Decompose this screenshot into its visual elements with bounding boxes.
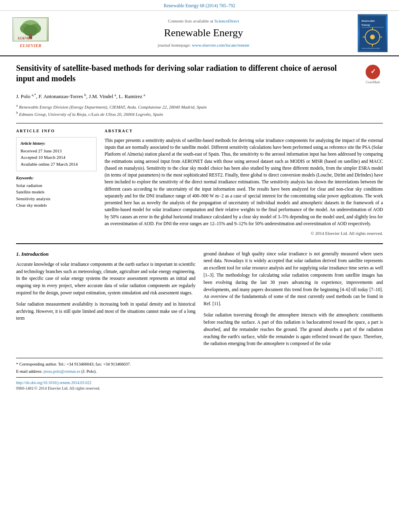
email-link[interactable]: jesus.polo@ciemat.es: [43, 369, 80, 374]
elsevier-logo: ELSEVIER ELSEVIER: [6, 17, 55, 49]
homepage-link[interactable]: www.elsevier.com/locate/renene: [192, 43, 249, 47]
info-abstract-columns: ARTICLE INFO Article history: Received 2…: [16, 123, 383, 237]
history-heading: Article history:: [21, 141, 92, 146]
authors-line: J. Polo a,*, F. Antonanzas-Torres b, J.M…: [16, 92, 383, 101]
footer-divider: [16, 377, 383, 378]
footer-doi: http://dx.doi.org/10.1016/j.renene.2014.…: [16, 380, 383, 386]
received-date: Received 27 June 2013: [21, 148, 92, 154]
article-content: Sensitivity of satellite-based methods f…: [0, 56, 399, 397]
journal-cover-section: Renewable Energy www.elsevier.com/: [352, 14, 393, 52]
doi-link[interactable]: http://dx.doi.org/10.1016/j.renene.2014.…: [16, 380, 91, 385]
affiliation-a: a Renewable Energy Division (Energy Depa…: [16, 103, 383, 110]
journal-title-section: Contents lists available at ScienceDirec…: [55, 18, 352, 48]
right-paragraph-1: ground database of high quality since so…: [204, 251, 383, 308]
crossmark-icon: ✓: [366, 65, 380, 79]
email-note: E-mail address: jesus.polo@ciemat.es (J.…: [16, 369, 383, 375]
accepted-date: Accepted 10 March 2014: [21, 154, 92, 160]
intro-paragraph-2: Solar radiation measurement availability…: [16, 301, 195, 322]
keyword-solar-radiation: Solar radiation: [16, 183, 97, 189]
elsevier-logo-image: ELSEVIER: [12, 17, 49, 41]
crossmark-label: CrossMark: [366, 80, 380, 84]
svg-text:Renewable: Renewable: [362, 19, 375, 23]
keyword-clear-sky-models: Clear sky models: [16, 202, 97, 208]
svg-text:Energy: Energy: [362, 23, 370, 27]
affiliation-b: b Edmans Group, University of la Rioja, …: [16, 110, 383, 117]
keywords-heading: Keywords:: [16, 175, 97, 181]
svg-text:www.elsevier.com/: www.elsevier.com/: [362, 47, 380, 49]
intro-paragraph-1: Accurate knowledge of solar irradiance c…: [16, 261, 195, 297]
body-right-column: ground database of high quality since so…: [204, 251, 383, 352]
body-columns: 1. Introduction Accurate knowledge of so…: [16, 251, 383, 352]
keyword-satellite-models: Satellite models: [16, 189, 97, 195]
abstract-column: ABSTRACT This paper presents a sensitivi…: [105, 128, 383, 237]
right-paragraph-2: Solar radiation traversing through the a…: [204, 312, 383, 347]
copyright-line: © 2014 Elsevier Ltd. All rights reserved…: [105, 230, 383, 236]
affiliations: a Renewable Energy Division (Energy Depa…: [16, 103, 383, 117]
article-title: Sensitivity of satellite-based methods f…: [16, 63, 356, 84]
footer-section: * Corresponding author. Tel.: +34 913466…: [16, 358, 383, 391]
journal-cover-thumbnail: Renewable Energy www.elsevier.com/: [358, 14, 388, 52]
svg-point-16: [370, 35, 375, 39]
body-separator: [16, 243, 383, 244]
journal-title: Renewable Energy: [55, 26, 352, 40]
introduction-heading: 1. Introduction: [16, 251, 195, 258]
article-info-column: ARTICLE INFO Article history: Received 2…: [16, 128, 97, 237]
science-direct-line: Contents lists available at ScienceDirec…: [55, 18, 352, 24]
available-date: Available online 27 March 2014: [21, 161, 92, 167]
keywords-section: Keywords: Solar radiation Satellite mode…: [16, 175, 97, 209]
journal-citation-header: Renewable Energy 68 (2014) 785–792: [0, 0, 399, 11]
abstract-heading: ABSTRACT: [105, 128, 383, 134]
corresponding-author-note: * Corresponding author. Tel.: +34 913466…: [16, 362, 383, 368]
elsevier-logo-section: ELSEVIER ELSEVIER: [6, 17, 55, 49]
article-title-section: Sensitivity of satellite-based methods f…: [16, 63, 383, 88]
elsevier-wordmark: ELSEVIER: [20, 43, 41, 49]
journal-homepage: journal homepage: www.elsevier.com/locat…: [55, 42, 352, 48]
article-info-heading: ARTICLE INFO: [16, 128, 97, 134]
body-left-column: 1. Introduction Accurate knowledge of so…: [16, 251, 195, 352]
science-direct-link[interactable]: ScienceDirect: [214, 18, 239, 23]
journal-citation: Renewable Energy 68 (2014) 785–792: [164, 3, 235, 8]
footer-issn: 0960-1481/© 2014 Elsevier Ltd. All right…: [16, 386, 383, 391]
journal-banner: ELSEVIER ELSEVIER Contents lists availab…: [0, 11, 399, 56]
article-history-box: Article history: Received 27 June 2013 A…: [16, 137, 97, 171]
svg-text:ELSEVIER: ELSEVIER: [17, 37, 32, 40]
keyword-sensitivity-analysis: Sensitivity analysis: [16, 196, 97, 202]
crossmark-badge: ✓ CrossMark: [363, 64, 383, 84]
abstract-text: This paper presents a sensitivity analys…: [105, 137, 383, 227]
